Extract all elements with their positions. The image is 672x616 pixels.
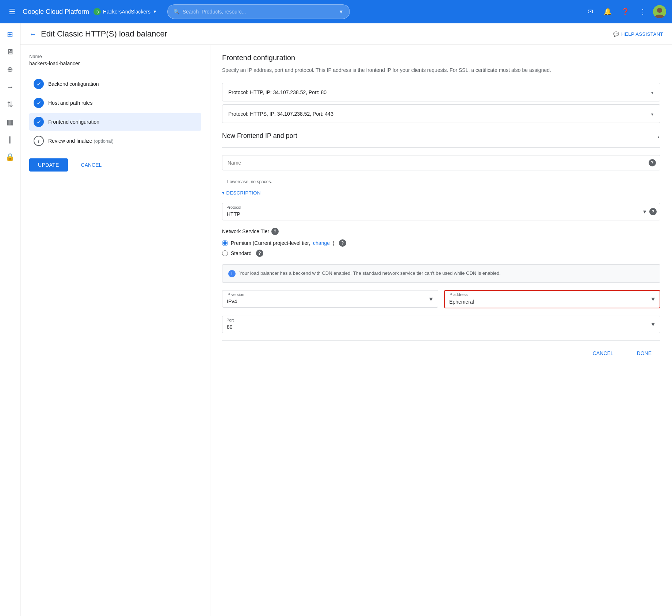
step-backend[interactable]: ✓ Backend configuration: [29, 75, 201, 93]
step-frontend-circle: ✓: [34, 117, 44, 127]
back-button[interactable]: ←: [29, 30, 37, 38]
project-dot: ⬡: [93, 8, 101, 15]
email-icon[interactable]: ✉: [583, 4, 597, 19]
ip-version-select[interactable]: IPv4 IPv6: [222, 290, 438, 308]
content-area: Name hackers-load-balancer ✓ Backend con…: [20, 45, 672, 616]
nav-right-icons: ✉ 🔔 ❓ ⋮: [583, 4, 666, 19]
ip-version-label: IP version: [226, 292, 244, 297]
new-frontend-section: New Frontend IP and port ? Lowercase, no…: [222, 132, 660, 366]
name-help-icon[interactable]: ?: [649, 159, 656, 166]
step-review-circle: i: [34, 136, 44, 146]
description-label: DESCRIPTION: [226, 190, 261, 196]
sidebar-item-network[interactable]: ⊕: [2, 61, 18, 77]
page-header: ← Edit Classic HTTP(S) load balancer 💬 H…: [20, 23, 672, 45]
hamburger-icon[interactable]: ☰: [6, 4, 18, 19]
step-host-path-label: Host and path rules: [48, 100, 92, 106]
ip-address-group: IP address Ephemeral Create IP address ▼: [444, 290, 660, 308]
step-frontend-label: Frontend configuration: [48, 119, 99, 125]
cancel-bottom-button[interactable]: CANCEL: [584, 347, 622, 360]
project-selector[interactable]: ⬡ HackersAndSlackers ▼: [93, 8, 157, 15]
cancel-button[interactable]: CANCEL: [72, 158, 111, 172]
step-host-path[interactable]: ✓ Host and path rules: [29, 94, 201, 112]
top-nav: ☰ Google Cloud Platform ⬡ HackersAndSlac…: [0, 0, 672, 23]
frontend-https-label: Protocol: HTTPS, IP: 34.107.238.52, Port…: [228, 111, 650, 117]
check-icon-3: ✓: [37, 119, 41, 126]
collapse-button[interactable]: [657, 132, 660, 140]
premium-label: Premium (Current project-level tier,: [231, 240, 310, 246]
standard-help-icon[interactable]: ?: [256, 250, 263, 257]
step-backend-circle: ✓: [34, 79, 44, 89]
cdn-notice: i Your load balancer has a backend with …: [222, 264, 660, 283]
frontend-https-accordion[interactable]: Protocol: HTTPS, IP: 34.107.238.52, Port…: [222, 104, 660, 123]
help-assistant-label: HELP ASSISTANT: [621, 31, 663, 37]
more-icon[interactable]: ⋮: [635, 4, 650, 19]
search-bar[interactable]: 🔍 ▼: [167, 4, 350, 19]
protocol-help-icon[interactable]: ?: [649, 208, 657, 215]
help-assistant-button[interactable]: 💬 HELP ASSISTANT: [613, 31, 663, 37]
protocol-select[interactable]: HTTP HTTPS: [222, 203, 660, 220]
standard-option: Standard ?: [222, 250, 660, 257]
project-chevron-icon: ▼: [153, 9, 157, 14]
left-panel: Name hackers-load-balancer ✓ Backend con…: [20, 45, 210, 616]
premium-help-icon[interactable]: ?: [339, 239, 346, 247]
notifications-icon[interactable]: 🔔: [600, 4, 615, 19]
section-desc: Specify an IP address, port and protocol…: [222, 66, 660, 74]
search-input[interactable]: [183, 9, 336, 15]
premium-radio[interactable]: [222, 240, 228, 246]
accordion-chevron-https: [650, 110, 654, 118]
chevron-down-icon: ▾: [222, 190, 225, 196]
sidebar-item-storage[interactable]: ▦: [2, 114, 18, 130]
section-divider: [222, 147, 660, 148]
chat-icon: 💬: [613, 31, 619, 37]
check-icon-2: ✓: [37, 100, 41, 107]
name-input[interactable]: [222, 155, 660, 170]
port-group: Port 80 8080 443 ▼: [222, 316, 660, 333]
network-service-tier-section: Network Service Tier ? Premium (Current …: [222, 228, 660, 257]
accordion-chevron-http: [650, 88, 654, 96]
port-field-group: Port 80 8080 443 ▼: [222, 316, 660, 333]
description-toggle[interactable]: ▾ DESCRIPTION: [222, 190, 660, 196]
sidebar-item-security[interactable]: 🔒: [2, 149, 18, 165]
frontend-http-accordion[interactable]: Protocol: HTTP, IP: 34.107.238.52, Port:…: [222, 83, 660, 101]
step-host-path-circle: ✓: [34, 98, 44, 108]
step-optional-label: (optional): [94, 138, 114, 144]
help-icon[interactable]: ❓: [618, 4, 633, 19]
check-icon: ✓: [37, 81, 41, 88]
step-frontend[interactable]: ✓ Frontend configuration: [29, 113, 201, 131]
ip-address-select[interactable]: Ephemeral Create IP address: [444, 290, 660, 308]
name-value: hackers-load-balancer: [29, 61, 201, 66]
step-review[interactable]: i Review and finalize (optional): [29, 132, 201, 150]
nst-label: Network Service Tier: [222, 228, 269, 234]
frontend-http-label: Protocol: HTTP, IP: 34.107.238.52, Port:…: [228, 89, 650, 95]
ip-row: IP version IPv4 IPv6 ▼ IP address Epheme…: [222, 290, 660, 308]
change-link[interactable]: change: [313, 240, 330, 246]
port-select[interactable]: 80 8080 443: [222, 316, 660, 333]
ip-address-label: IP address: [448, 292, 467, 297]
name-hint: Lowercase, no spaces.: [227, 179, 660, 184]
new-frontend-title: New Frontend IP and port: [222, 132, 297, 140]
sidebar-item-loadbalancer[interactable]: ⇅: [2, 96, 18, 112]
step-backend-label: Backend configuration: [48, 81, 99, 87]
sidebar-item-analytics[interactable]: ∥: [2, 131, 18, 147]
app-logo: Google Cloud Platform: [23, 8, 89, 16]
page-title: Edit Classic HTTP(S) load balancer: [41, 29, 613, 39]
done-button[interactable]: DONE: [628, 347, 660, 360]
avatar[interactable]: [653, 5, 666, 18]
nst-help-icon[interactable]: ?: [271, 228, 279, 235]
sidebar-item-compute[interactable]: 🖥: [2, 44, 18, 60]
sidebar-item-dashboard[interactable]: ⊞: [2, 26, 18, 42]
name-label: Name: [29, 54, 201, 59]
protocol-label: Protocol: [226, 205, 241, 209]
standard-radio[interactable]: [222, 250, 228, 256]
action-buttons: UPDATE CANCEL: [29, 158, 201, 172]
new-frontend-header: New Frontend IP and port: [222, 132, 660, 140]
search-icon: 🔍: [173, 9, 180, 15]
nst-title-group: Network Service Tier ?: [222, 228, 660, 235]
premium-option: Premium (Current project-level tier, cha…: [222, 239, 660, 247]
update-button[interactable]: UPDATE: [29, 158, 68, 172]
svg-point-1: [657, 8, 662, 13]
name-form-field: ?: [222, 155, 660, 170]
step-review-label: Review and finalize (optional): [48, 138, 114, 144]
sidebar-item-routing[interactable]: →: [2, 79, 18, 95]
main-wrapper: ← Edit Classic HTTP(S) load balancer 💬 H…: [20, 23, 672, 616]
